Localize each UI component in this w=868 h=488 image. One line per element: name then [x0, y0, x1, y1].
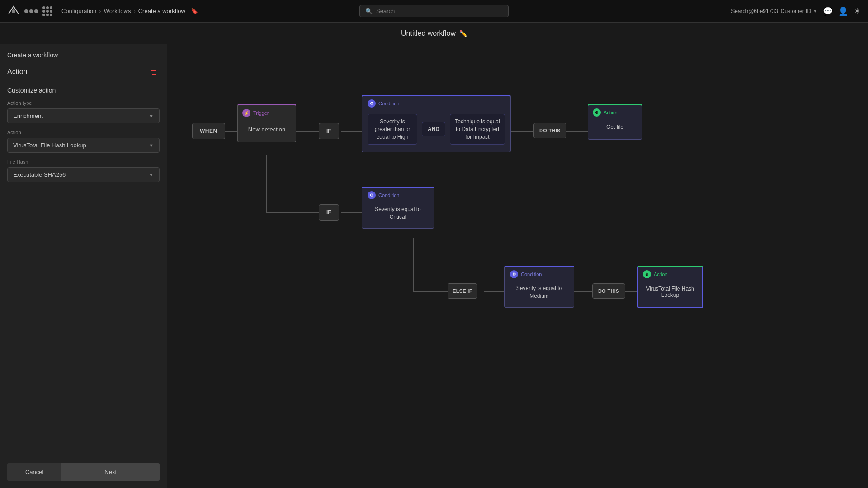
- trigger-icon: ⚡: [242, 109, 250, 117]
- cancel-button[interactable]: Cancel: [7, 463, 61, 481]
- dots-icon[interactable]: [24, 9, 38, 13]
- sidebar-footer: Cancel Next: [7, 463, 160, 481]
- condition1-label: Condition: [378, 101, 399, 106]
- search-label: Search: [376, 8, 395, 14]
- main-layout: Create a workflow Action 🗑 Customize act…: [0, 44, 868, 488]
- condition1-header: ⚙ Condition: [362, 96, 510, 109]
- action-type-label: Action type: [7, 100, 160, 106]
- customer-id-label: Customer ID: [781, 8, 811, 14]
- action1-label: Action: [604, 110, 618, 115]
- condition3-header: ⚙ Condition: [505, 267, 574, 280]
- breadcrumb-config[interactable]: Configuration: [61, 8, 96, 14]
- action2-label: Action: [654, 272, 668, 277]
- if1-label: IF: [326, 128, 331, 134]
- trigger-label: Trigger: [253, 110, 269, 116]
- action-field-label: Action: [7, 130, 160, 135]
- edit-icon[interactable]: ✏️: [459, 30, 467, 37]
- action2-body: VirusTotal File Hash Lookup: [638, 280, 702, 307]
- file-hash-value: Executable SHA256: [13, 171, 66, 178]
- trigger-header: ⚡ Trigger: [238, 105, 296, 119]
- workflow-title-container: Untitled workflow ✏️: [401, 29, 467, 38]
- dothis2-node[interactable]: DO THIS: [592, 283, 625, 299]
- if2-label: IF: [326, 209, 331, 216]
- search-box[interactable]: 🔍 Search: [359, 5, 509, 17]
- chat-icon[interactable]: 💬: [823, 6, 833, 16]
- svg-point-0: [12, 9, 15, 13]
- chevron-down-icon: ▼: [813, 9, 817, 14]
- customize-title: Customize action: [7, 87, 160, 94]
- elseif-node[interactable]: ELSE IF: [448, 283, 477, 299]
- condition1-inner: Severity is greater than or equal to Hig…: [362, 109, 510, 152]
- dothis1-label: DO THIS: [539, 128, 561, 133]
- breadcrumb: Configuration › Workflows › Create a wor…: [61, 8, 198, 14]
- breadcrumb-workflows[interactable]: Workflows: [104, 8, 131, 14]
- when-label: WHEN: [200, 128, 217, 134]
- breadcrumb-current: Create a workflow: [138, 8, 185, 14]
- workflow-title: Untitled workflow: [401, 29, 456, 38]
- action2-icon: ⊕: [643, 270, 651, 278]
- delete-button[interactable]: 🗑: [149, 66, 160, 78]
- breadcrumb-sep1: ›: [99, 8, 101, 14]
- condition-group-1[interactable]: ⚙ Condition Severity is greater than or …: [362, 95, 511, 152]
- action-chevron: ▼: [149, 143, 154, 148]
- sidebar: Create a workflow Action 🗑 Customize act…: [0, 44, 167, 488]
- condition2-label: Condition: [378, 192, 399, 198]
- cond3-body: Severity is equal to Medium: [516, 285, 562, 299]
- next-button[interactable]: Next: [61, 463, 160, 481]
- logo-icon[interactable]: [7, 5, 20, 18]
- sidebar-create-label: Create a workflow: [7, 52, 160, 59]
- section-header: Action 🗑: [7, 66, 160, 78]
- if2-node[interactable]: IF: [319, 204, 339, 221]
- trigger-node[interactable]: ⚡ Trigger New detection: [237, 104, 296, 142]
- action-type-value: Enrichment: [13, 113, 43, 119]
- topnav-right: Search@6be91733 Customer ID ▼ 💬 👤 ☀: [731, 6, 861, 16]
- and-box: AND: [422, 122, 445, 136]
- canvas: WHEN ⚡ Trigger New detection IF ⚙ Condit…: [167, 44, 868, 488]
- cond1-box2: Technique is equal to Data Encrypted for…: [450, 114, 505, 145]
- action1-body: Get file: [588, 118, 642, 139]
- action-type-chevron: ▼: [149, 113, 154, 119]
- condition1-icon: ⚙: [368, 99, 376, 108]
- breadcrumb-sep2: ›: [133, 8, 135, 14]
- condition2-icon: ⚙: [368, 191, 376, 199]
- file-hash-select[interactable]: Executable SHA256 ▼: [7, 167, 160, 182]
- topnav-left: Configuration › Workflows › Create a wor…: [7, 5, 198, 18]
- customer-id-selector[interactable]: Customer ID ▼: [781, 8, 817, 14]
- title-bar: Untitled workflow ✏️: [0, 23, 868, 44]
- user-icon[interactable]: 👤: [838, 6, 848, 16]
- condition-group-2[interactable]: ⚙ Condition Severity is equal to Critica…: [362, 187, 434, 229]
- action1-node[interactable]: ⊕ Action Get file: [588, 104, 642, 140]
- dothis1-node[interactable]: DO THIS: [533, 123, 566, 138]
- action1-header: ⊕ Action: [588, 105, 642, 118]
- elseif-label: ELSE IF: [453, 288, 472, 294]
- condition2-header: ⚙ Condition: [362, 188, 434, 201]
- action2-header: ⊕ Action: [638, 267, 702, 280]
- action2-node[interactable]: ⊕ Action VirusTotal File Hash Lookup: [637, 266, 703, 308]
- search-container: 🔍 Search: [359, 5, 509, 17]
- condition3-label: Condition: [521, 272, 542, 277]
- search-icon: 🔍: [365, 8, 373, 14]
- user-info: Search@6be91733 Customer ID ▼: [731, 8, 817, 14]
- bookmark-icon[interactable]: 🔖: [191, 8, 198, 14]
- action-select[interactable]: VirusTotal File Hash Lookup ▼: [7, 138, 160, 153]
- condition-group-3[interactable]: ⚙ Condition Severity is equal to Medium: [504, 266, 574, 308]
- cond1-box1: Severity is greater than or equal to Hig…: [368, 114, 417, 145]
- username: Search@6be91733: [731, 8, 778, 14]
- action-type-select[interactable]: Enrichment ▼: [7, 108, 160, 123]
- grid-icon[interactable]: [42, 6, 52, 16]
- settings-icon[interactable]: ☀: [854, 6, 861, 16]
- when-node[interactable]: WHEN: [192, 123, 225, 139]
- action-value: VirusTotal File Hash Lookup: [13, 142, 86, 149]
- cond2-body: Severity is equal to Critical: [375, 206, 420, 220]
- action-section-title: Action: [7, 68, 27, 76]
- file-hash-label: File Hash: [7, 159, 160, 164]
- trigger-body: New detection: [238, 119, 296, 142]
- topnav: Configuration › Workflows › Create a wor…: [0, 0, 868, 23]
- condition3-icon: ⚙: [510, 270, 518, 278]
- file-hash-chevron: ▼: [149, 172, 154, 178]
- action1-icon: ⊕: [593, 108, 601, 117]
- dothis2-label: DO THIS: [598, 288, 619, 294]
- if1-node[interactable]: IF: [319, 123, 339, 139]
